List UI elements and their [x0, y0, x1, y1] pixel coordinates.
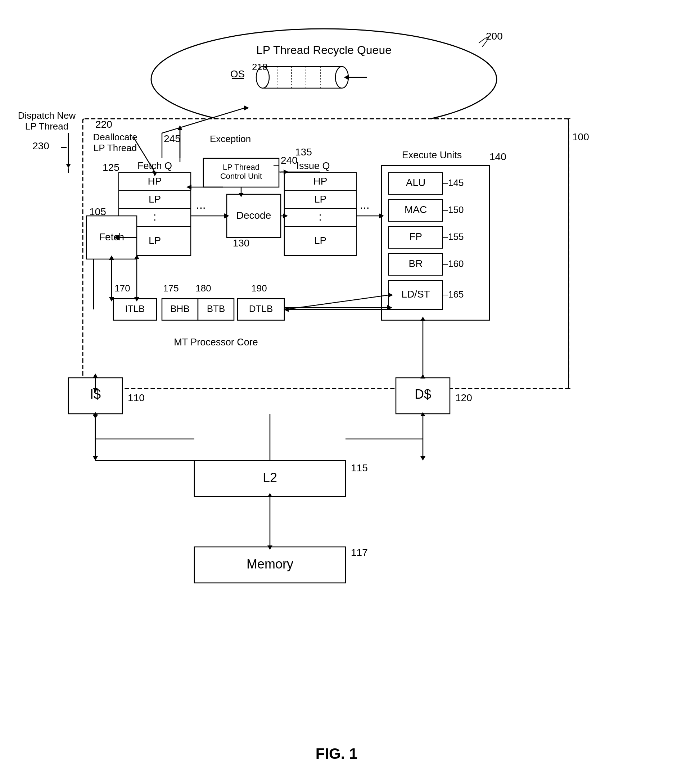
ref-145: 145: [448, 177, 464, 188]
issue-q-dots: :: [319, 210, 322, 223]
ref-230: 230: [33, 140, 49, 151]
exception-label: Exception: [210, 134, 251, 144]
ref-165: 165: [448, 289, 464, 300]
fetch-label: Fetch: [99, 231, 124, 243]
dcache-label: D$: [414, 387, 431, 401]
figure-label: FIG. 1: [316, 745, 358, 762]
ref-190: 190: [251, 283, 267, 294]
fetch-q-lp1: LP: [149, 194, 161, 205]
itlb-label: ITLB: [125, 303, 145, 314]
fetch-q-ellipsis: ...: [196, 198, 206, 211]
ref-120: 120: [455, 392, 472, 403]
ref-210: 210: [252, 62, 267, 72]
lp-thread-control-unit-label2: Control Unit: [220, 172, 262, 180]
ref-200: 200: [486, 31, 503, 42]
ref-115: 115: [351, 462, 368, 473]
execute-units-label: Execute Units: [402, 150, 462, 160]
issue-q-lp2: LP: [314, 235, 326, 246]
ref-150: 150: [448, 204, 464, 215]
l2-label: L2: [263, 470, 277, 485]
ref-175: 175: [163, 283, 179, 294]
ldst-label: LD/ST: [401, 289, 430, 300]
issue-q-ellipsis: ...: [360, 198, 369, 211]
ref-170: 170: [114, 283, 130, 294]
issue-q-label: Issue Q: [296, 160, 330, 171]
diagram-container: LP Thread Recycle Queue OS 210 200 100 D…: [0, 0, 673, 784]
fp-label: FP: [409, 231, 422, 242]
br-label: BR: [409, 258, 423, 269]
lp-thread-control-unit-label: LP Thread: [223, 163, 260, 172]
ref-110: 110: [128, 392, 145, 403]
fetch-q-label: Fetch Q: [137, 160, 172, 171]
ref-135: 135: [295, 146, 312, 157]
decode-label: Decode: [237, 210, 271, 221]
mac-label: MAC: [405, 204, 427, 215]
ref-125: 125: [103, 162, 120, 173]
dispatch-new-lp-thread-label2: LP Thread: [25, 121, 69, 132]
os-label: OS: [231, 68, 245, 79]
fetch-q-dots: :: [153, 210, 157, 223]
ref-130: 130: [233, 238, 250, 249]
ref-117: 117: [351, 547, 368, 558]
bhb-label: BHB: [170, 303, 189, 314]
dispatch-new-lp-thread-label: Dispatch New: [18, 110, 76, 121]
mt-processor-core-label: MT Processor Core: [174, 337, 258, 348]
ref-100: 100: [572, 131, 589, 143]
ref-105: 105: [89, 206, 106, 217]
alu-label: ALU: [406, 177, 425, 188]
btb-label: BTB: [207, 303, 225, 314]
deallocate-lp-thread-label: Deallocate: [93, 132, 137, 143]
issue-q-hp: HP: [313, 176, 327, 187]
ref-180: 180: [195, 283, 211, 294]
svg-rect-2: [263, 67, 342, 88]
ref-160: 160: [448, 258, 464, 269]
ref-220: 220: [95, 119, 112, 130]
deallocate-lp-thread-label2: LP Thread: [93, 143, 137, 153]
ref-245: 245: [164, 133, 181, 144]
fetch-q-lp2: LP: [149, 235, 161, 246]
memory-label: Memory: [246, 557, 293, 571]
ref-155: 155: [448, 231, 464, 242]
ref-140: 140: [489, 151, 506, 162]
fetch-q-hp: HP: [148, 176, 162, 187]
issue-q-lp1: LP: [314, 194, 326, 205]
dtlb-label: DTLB: [249, 303, 273, 314]
lp-thread-recycle-queue-label: LP Thread Recycle Queue: [256, 44, 391, 56]
